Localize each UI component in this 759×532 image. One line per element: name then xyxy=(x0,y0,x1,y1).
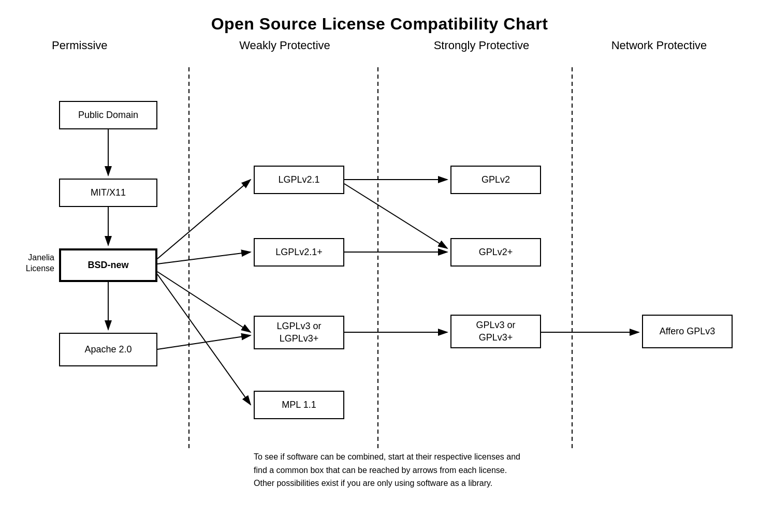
node-apache: Apache 2.0 xyxy=(59,333,157,366)
svg-line-7 xyxy=(157,180,251,259)
node-gplv2: GPLv2 xyxy=(450,166,541,194)
header-network: Network Protective xyxy=(580,39,738,52)
node-gplv3: GPLv3 or GPLv3+ xyxy=(450,315,541,348)
footer-note: To see if software can be combined, star… xyxy=(254,450,616,490)
chart-container: Open Source License Compatibility Chart … xyxy=(0,0,759,532)
svg-line-13 xyxy=(344,184,447,248)
node-affero: Affero GPLv3 xyxy=(642,315,733,348)
column-headers: Permissive Weakly Protective Strongly Pr… xyxy=(0,39,759,52)
node-public-domain: Public Domain xyxy=(59,101,157,129)
svg-line-10 xyxy=(157,274,251,405)
svg-line-11 xyxy=(157,335,251,349)
header-strongly: Strongly Protective xyxy=(383,39,580,52)
node-mit: MIT/X11 xyxy=(59,179,157,207)
node-lgplv21plus: LGPLv2.1+ xyxy=(254,238,344,267)
svg-line-8 xyxy=(157,252,251,264)
header-weakly: Weakly Protective xyxy=(186,39,383,52)
node-mpl: MPL 1.1 xyxy=(254,391,344,419)
chart-title: Open Source License Compatibility Chart xyxy=(0,0,759,39)
node-bsd: BSD-new xyxy=(59,248,157,282)
node-lgplv21: LGPLv2.1 xyxy=(254,166,344,194)
header-permissive: Permissive xyxy=(21,39,186,52)
node-lgplv3: LGPLv3 or LGPLv3+ xyxy=(254,316,344,349)
janelia-label: Janelia License xyxy=(16,253,54,274)
node-gplv2plus: GPLv2+ xyxy=(450,238,541,267)
svg-line-9 xyxy=(157,272,251,332)
